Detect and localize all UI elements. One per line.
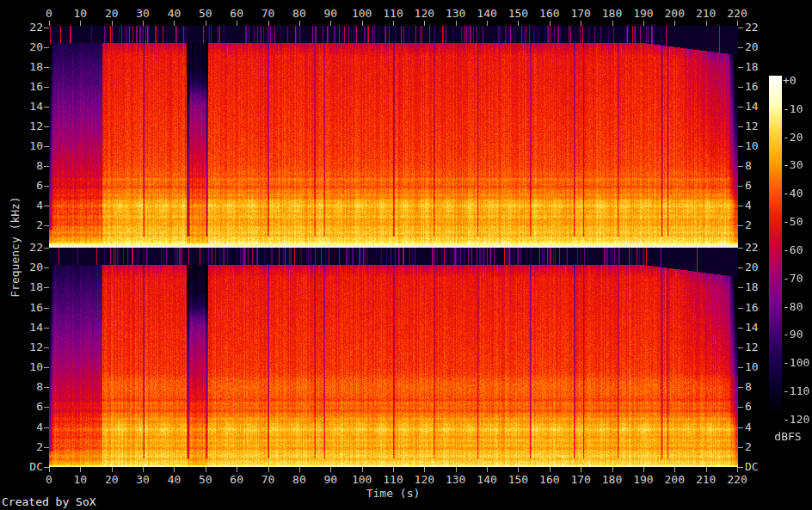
time-tick-bottom [206, 467, 206, 472]
time-tick-label-bottom: 200 [657, 474, 692, 486]
time-tick-label-top: 50 [188, 8, 223, 20]
colorbar-tick-label: -30 [783, 159, 812, 171]
freq-tick-left [44, 387, 49, 388]
time-tick-label-bottom: 220 [720, 474, 754, 486]
freq-tick-right [738, 146, 743, 147]
time-tick-bottom [518, 467, 519, 472]
freq-tick-label-left: DC [12, 461, 43, 473]
spectrogram-channel-left [49, 26, 738, 245]
time-tick-bottom [487, 467, 488, 472]
time-tick-top [737, 21, 738, 26]
time-tick-label-top: 150 [501, 8, 535, 20]
freq-tick-left [44, 367, 49, 368]
time-tick-label-top: 40 [157, 8, 191, 20]
time-tick-label-bottom: 80 [282, 474, 317, 486]
time-tick-bottom [424, 467, 425, 472]
time-tick-top [487, 21, 488, 26]
time-tick-bottom [643, 467, 644, 472]
freq-tick-left [44, 87, 49, 88]
time-tick-label-bottom: 140 [470, 474, 504, 486]
time-tick-bottom [268, 467, 269, 472]
time-tick-top [299, 21, 300, 26]
freq-tick-left [44, 146, 49, 147]
time-tick-label-top: 120 [407, 8, 441, 20]
time-tick-label-top: 20 [95, 8, 129, 20]
time-tick-label-bottom: 170 [563, 474, 598, 486]
freq-tick-label-left: 14 [12, 101, 43, 113]
time-tick-label-bottom: 0 [32, 474, 66, 486]
time-tick-top [518, 21, 519, 26]
time-tick-label-top: 10 [63, 8, 97, 20]
freq-tick-left [44, 166, 49, 167]
time-tick-label-bottom: 130 [439, 474, 473, 486]
freq-tick-left [44, 67, 49, 68]
freq-tick-label-left: 8 [12, 160, 43, 172]
freq-tick-right [738, 387, 743, 388]
time-tick-top [581, 21, 581, 26]
colorbar-tick-label: -60 [783, 244, 812, 256]
time-tick-bottom [143, 467, 144, 472]
time-tick-bottom [612, 467, 613, 472]
time-tick-label-bottom: 30 [126, 474, 160, 486]
freq-tick-right [738, 166, 743, 167]
time-tick-top [424, 21, 425, 26]
freq-tick-right [738, 225, 743, 226]
freq-tick-label-right: 22 [745, 22, 779, 34]
freq-tick-label-left: 22 [12, 22, 43, 34]
time-tick-label-top: 160 [532, 8, 567, 20]
colorbar-tick-label: -100 [783, 357, 812, 369]
colorbar-tick-label: -40 [783, 187, 812, 200]
time-tick-bottom [299, 467, 300, 472]
freq-tick-label-left: 4 [12, 421, 43, 433]
time-tick-label-bottom: 60 [219, 474, 254, 486]
colorbar-gradient [769, 76, 782, 415]
colorbar-tick-label: +0 [783, 75, 812, 87]
time-tick-top [112, 21, 113, 26]
freq-tick-label-left: 6 [12, 180, 43, 192]
freq-tick-right [738, 467, 743, 468]
time-tick-bottom [550, 467, 551, 472]
frequency-axis-title: Frequency (kHz) [9, 196, 22, 297]
freq-tick-right [738, 328, 743, 329]
time-tick-top [143, 21, 144, 26]
freq-tick-label-left: 8 [12, 381, 43, 393]
time-tick-top [550, 21, 551, 26]
time-tick-label-top: 70 [251, 8, 286, 20]
freq-tick-left [44, 308, 49, 309]
freq-tick-right [738, 47, 743, 48]
freq-tick-right [738, 308, 743, 309]
time-tick-bottom [237, 467, 237, 472]
freq-tick-left [44, 328, 49, 329]
spectrogram-channel-right [49, 248, 738, 467]
time-tick-top [706, 21, 707, 26]
colorbar-tick-label: -20 [783, 132, 812, 144]
time-tick-label-bottom: 160 [532, 474, 567, 486]
freq-tick-label-left: 16 [12, 81, 43, 93]
freq-tick-left [44, 186, 49, 187]
time-tick-label-bottom: 10 [63, 474, 97, 486]
freq-tick-right [738, 287, 743, 288]
time-tick-top [674, 21, 675, 26]
time-tick-label-top: 100 [345, 8, 379, 20]
colorbar-tick-label: -110 [783, 385, 812, 397]
colorbar-tick-label: -10 [783, 103, 812, 115]
time-tick-label-top: 30 [126, 8, 160, 20]
freq-tick-left [44, 347, 49, 348]
time-tick-bottom [674, 467, 675, 472]
time-tick-top [362, 21, 363, 26]
freq-tick-right [738, 267, 743, 268]
sox-spectrogram-image: 0102030405060708090100110120130140150160… [0, 0, 812, 510]
time-tick-label-top: 140 [470, 8, 504, 20]
time-tick-label-top: 180 [595, 8, 630, 20]
colorbar-tick-label: -120 [783, 414, 812, 426]
time-tick-label-top: 210 [689, 8, 723, 20]
freq-tick-right [738, 407, 743, 408]
time-tick-bottom [49, 467, 50, 472]
freq-tick-right [738, 427, 743, 428]
time-tick-bottom [393, 467, 394, 472]
freq-tick-left [44, 107, 49, 108]
time-tick-top [174, 21, 175, 26]
freq-tick-right [738, 186, 743, 187]
freq-tick-label-left: 10 [12, 140, 43, 152]
time-tick-label-top: 90 [313, 8, 348, 20]
